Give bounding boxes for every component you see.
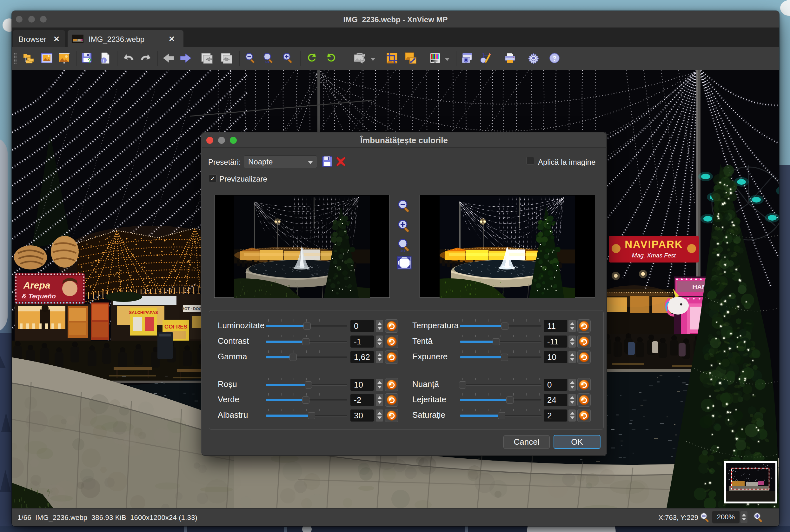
svg-text:GOFRES: GOFRES xyxy=(165,324,187,330)
svg-text:& Tequeño: & Tequeño xyxy=(22,292,56,300)
svg-text:SALCHIPAPAS: SALCHIPAPAS xyxy=(129,310,158,315)
svg-text:Arepa: Arepa xyxy=(23,280,50,290)
svg-text:?: ? xyxy=(553,55,557,62)
svg-text:i: i xyxy=(103,59,104,63)
svg-text:?: ? xyxy=(88,57,91,64)
svg-text:NAVIPARK: NAVIPARK xyxy=(624,239,683,250)
svg-text:T: T xyxy=(482,52,486,57)
svg-text:1:1: 1:1 xyxy=(400,249,405,253)
svg-text:HOT - DOG: HOT - DOG xyxy=(181,307,201,311)
svg-text:Mag. Xmas Fest: Mag. Xmas Fest xyxy=(632,252,676,259)
svg-text:1:1: 1:1 xyxy=(265,60,269,63)
